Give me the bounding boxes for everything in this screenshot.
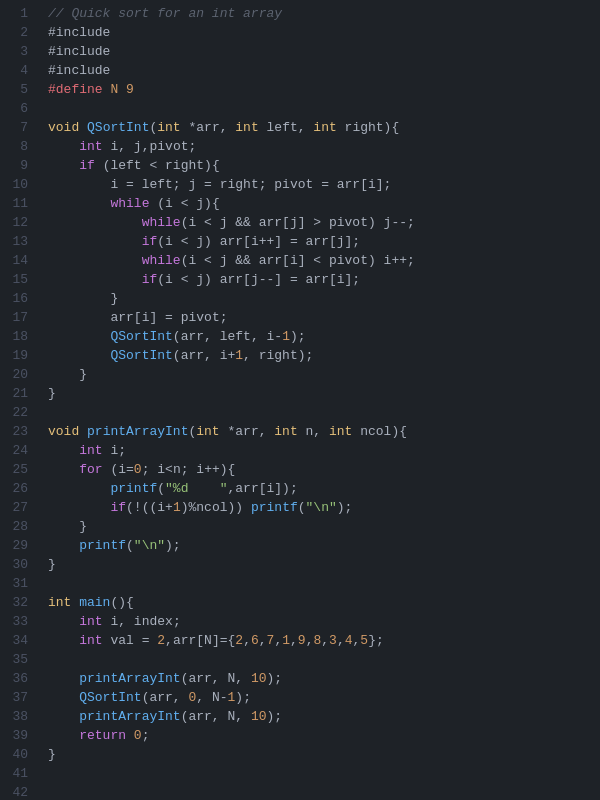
- line-number: 30: [8, 555, 28, 574]
- line-number: 36: [8, 669, 28, 688]
- line-number: 22: [8, 403, 28, 422]
- code-line: [48, 574, 600, 593]
- code-line: i = left; j = right; pivot = arr[i];: [48, 175, 600, 194]
- line-number: 39: [8, 726, 28, 745]
- line-number: 31: [8, 574, 28, 593]
- line-number: 42: [8, 783, 28, 800]
- line-number: 18: [8, 327, 28, 346]
- line-number: 41: [8, 764, 28, 783]
- line-number: 10: [8, 175, 28, 194]
- line-number: 2: [8, 23, 28, 42]
- code-line: int i, index;: [48, 612, 600, 631]
- code-line: printArrayInt(arr, N, 10);: [48, 669, 600, 688]
- code-line: void QSortInt(int *arr, int left, int ri…: [48, 118, 600, 137]
- code-line: }: [48, 517, 600, 536]
- line-number: 4: [8, 61, 28, 80]
- line-number: 13: [8, 232, 28, 251]
- line-number: 17: [8, 308, 28, 327]
- line-number: 24: [8, 441, 28, 460]
- line-number: 40: [8, 745, 28, 764]
- code-line: QSortInt(arr, left, i-1);: [48, 327, 600, 346]
- line-number: 5: [8, 80, 28, 99]
- code-line: printArrayInt(arr, N, 10);: [48, 707, 600, 726]
- code-line: [48, 650, 600, 669]
- code-line: if(i < j) arr[i++] = arr[j];: [48, 232, 600, 251]
- code-line: int val = 2,arr[N]={2,6,7,1,9,8,3,4,5};: [48, 631, 600, 650]
- line-number: 14: [8, 251, 28, 270]
- line-number: 37: [8, 688, 28, 707]
- code-line: int i, j,pivot;: [48, 137, 600, 156]
- code-line: }: [48, 745, 600, 764]
- code-line: }: [48, 555, 600, 574]
- line-number: 27: [8, 498, 28, 517]
- line-number: 8: [8, 137, 28, 156]
- code-line: if(i < j) arr[j--] = arr[i];: [48, 270, 600, 289]
- code-line: #include: [48, 42, 600, 61]
- line-number: 29: [8, 536, 28, 555]
- line-number: 25: [8, 460, 28, 479]
- code-line: [48, 403, 600, 422]
- line-number: 19: [8, 346, 28, 365]
- line-number: 23: [8, 422, 28, 441]
- code-line: }: [48, 365, 600, 384]
- code-line: void printArrayInt(int *arr, int n, int …: [48, 422, 600, 441]
- line-number: 1: [8, 4, 28, 23]
- line-number: 28: [8, 517, 28, 536]
- code-line: [48, 764, 600, 783]
- line-number: 12: [8, 213, 28, 232]
- line-number: 21: [8, 384, 28, 403]
- line-number: 34: [8, 631, 28, 650]
- code-content: // Quick sort for an int array#include#i…: [36, 4, 600, 800]
- code-line: }: [48, 384, 600, 403]
- line-number: 7: [8, 118, 28, 137]
- code-editor: 1234567891011121314151617181920212223242…: [0, 0, 600, 800]
- code-line: printf("\n");: [48, 536, 600, 555]
- code-line: for (i=0; i<n; i++){: [48, 460, 600, 479]
- code-line: return 0;: [48, 726, 600, 745]
- code-line: printf("%d ",arr[i]);: [48, 479, 600, 498]
- code-line: QSortInt(arr, i+1, right);: [48, 346, 600, 365]
- line-number: 20: [8, 365, 28, 384]
- line-number: 6: [8, 99, 28, 118]
- code-line: if(!((i+1)%ncol)) printf("\n");: [48, 498, 600, 517]
- line-number: 3: [8, 42, 28, 61]
- code-line: if (left < right){: [48, 156, 600, 175]
- line-number: 9: [8, 156, 28, 175]
- code-line: int i;: [48, 441, 600, 460]
- code-line: QSortInt(arr, 0, N-1);: [48, 688, 600, 707]
- line-number: 33: [8, 612, 28, 631]
- code-line: [48, 783, 600, 800]
- line-number: 35: [8, 650, 28, 669]
- code-line: #define N 9: [48, 80, 600, 99]
- code-line: while(i < j && arr[i] < pivot) i++;: [48, 251, 600, 270]
- line-number: 38: [8, 707, 28, 726]
- code-line: while(i < j && arr[j] > pivot) j--;: [48, 213, 600, 232]
- code-line: while (i < j){: [48, 194, 600, 213]
- line-number: 32: [8, 593, 28, 612]
- code-line: #include: [48, 23, 600, 42]
- code-line: arr[i] = pivot;: [48, 308, 600, 327]
- code-line: }: [48, 289, 600, 308]
- line-number: 16: [8, 289, 28, 308]
- line-number: 15: [8, 270, 28, 289]
- line-number: 11: [8, 194, 28, 213]
- code-line: [48, 99, 600, 118]
- code-line: #include: [48, 61, 600, 80]
- line-number: 26: [8, 479, 28, 498]
- code-line: // Quick sort for an int array: [48, 4, 600, 23]
- line-number-column: 1234567891011121314151617181920212223242…: [0, 4, 36, 800]
- code-line: int main(){: [48, 593, 600, 612]
